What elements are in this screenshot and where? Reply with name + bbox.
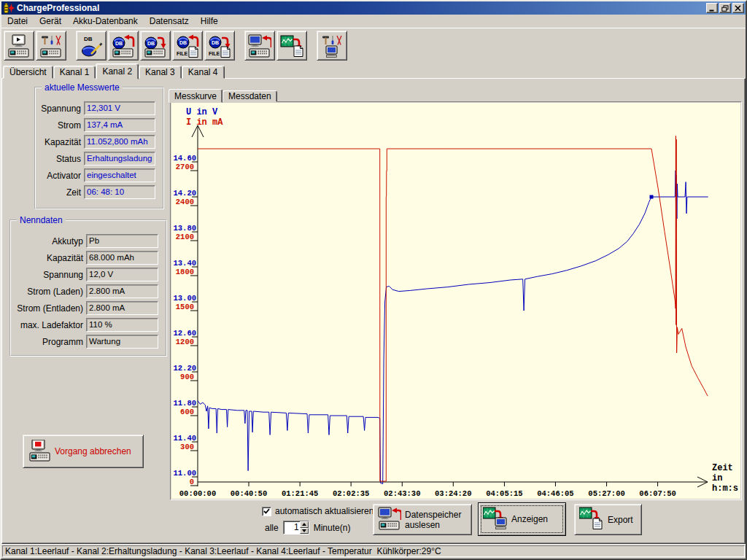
export-button[interactable]: Export <box>574 504 642 535</box>
svg-text:in: in <box>712 473 722 483</box>
svg-text:2100: 2100 <box>176 233 194 241</box>
tab-kanal-4[interactable]: Kanal 4 <box>182 66 225 79</box>
svg-text:04:46:05: 04:46:05 <box>537 489 573 498</box>
toolbar-file-to-db-button[interactable]: DBFILE <box>172 31 203 61</box>
nenndaten-row-kapazit-t: Kapazität68.000 mAh <box>14 249 166 266</box>
svg-text:2400: 2400 <box>176 198 194 206</box>
messwerte-value-kapazit-t: 11.052,800 mAh <box>84 135 155 149</box>
toolbar-curve-export-button[interactable] <box>276 31 307 61</box>
svg-text:600: 600 <box>180 408 194 416</box>
auto-update-label: automatisch aktualisieren <box>275 506 374 516</box>
toolbar-device-setup-button[interactable] <box>36 31 66 61</box>
svg-text:11.80: 11.80 <box>173 399 196 408</box>
interval-spinner[interactable]: 1 <box>283 521 309 534</box>
messkurve-chart: U in VI in mAZeitinh:m:s14.6014.2013.801… <box>171 103 740 499</box>
svg-text:06:07:50: 06:07:50 <box>639 489 676 498</box>
svg-text:DB: DB <box>115 41 123 46</box>
nenndaten-row-spannung: Spannung12,0 V <box>14 266 166 283</box>
nenndaten-label-programm: Programm <box>14 337 83 347</box>
messwerte-row-activator: Activatoreingeschaltet <box>39 167 163 184</box>
close-button[interactable] <box>732 3 744 13</box>
toolbar-db-to-device-button[interactable]: DB <box>108 31 139 61</box>
nenndaten-label-kapazit-t: Kapazität <box>14 253 83 263</box>
db-edit-icon: DB <box>80 34 103 58</box>
svg-text:Zeit: Zeit <box>712 463 733 473</box>
messwerte-value-zeit: 06: 48: 10 <box>84 185 155 199</box>
toolbar-pc-setup-button[interactable] <box>317 31 347 61</box>
anzeigen-icon <box>483 507 508 532</box>
interval-prefix-label: alle <box>265 523 279 533</box>
toolbar-db-to-file-button[interactable]: DBFILE <box>204 31 235 61</box>
tab-messkurve[interactable]: Messkurve <box>169 89 222 103</box>
toolbar-readout-button[interactable] <box>244 31 275 61</box>
tab--bersicht[interactable]: Übersicht <box>3 66 53 79</box>
export-icon <box>579 507 604 532</box>
toolbar-device-to-db-button[interactable]: DB <box>140 31 171 61</box>
messwerte-label-zeit: Zeit <box>39 187 81 198</box>
messwerte-row-kapazit-t: Kapazität11.052,800 mAh <box>39 133 163 150</box>
messwerte-row-strom: Strom137,4 mA <box>39 117 163 133</box>
messwerte-label-kapazit-t: Kapazität <box>39 137 81 147</box>
file-to-db-icon: DBFILE <box>176 34 199 58</box>
svg-text:04:05:15: 04:05:15 <box>486 489 522 498</box>
tab-messdaten[interactable]: Messdaten <box>222 90 277 102</box>
interval-value[interactable]: 1 <box>284 521 300 534</box>
svg-text:DB: DB <box>84 36 93 42</box>
nenndaten-row-strom-entladen-: Strom (Entladen)2.800 mA <box>14 300 166 316</box>
menu-datensatz[interactable]: Datensatz <box>144 15 195 28</box>
minimize-button[interactable] <box>706 3 718 13</box>
messwerte-value-spannung: 12,301 V <box>84 101 155 115</box>
curve-to-doc-icon <box>280 34 303 58</box>
restore-button[interactable] <box>719 3 731 13</box>
messwerte-value-status: Erhaltungsladung <box>84 152 155 166</box>
status-text: Kanal 1:Leerlauf - Kanal 2:Erhaltungslad… <box>2 545 745 557</box>
svg-text:300: 300 <box>180 443 194 451</box>
export-label: Export <box>608 515 633 525</box>
svg-text:1500: 1500 <box>176 303 194 311</box>
tab-kanal-2[interactable]: Kanal 2 <box>96 63 139 79</box>
menu-ger-t[interactable]: Gerät <box>34 15 67 28</box>
nenndaten-label-strom-laden-: Strom (Laden) <box>14 287 83 297</box>
svg-text:00:40:50: 00:40:50 <box>231 489 267 498</box>
svg-text:FILE: FILE <box>177 51 187 56</box>
abort-button[interactable]: Vorgang abbrechen <box>23 435 144 468</box>
menu-hilfe[interactable]: Hilfe <box>195 15 224 28</box>
toolbar-start-button[interactable] <box>4 31 34 61</box>
device-setup-icon <box>39 34 63 58</box>
svg-text:1800: 1800 <box>176 268 194 276</box>
toolbar-db-edit-button[interactable]: DB <box>76 31 107 61</box>
nenndaten-value-strom-laden-: 2.800 mA <box>86 284 158 298</box>
svg-text:13.00: 13.00 <box>173 294 196 303</box>
readout-icon <box>248 34 271 58</box>
kanal2-tab-page: aktuelle Messwerte Spannung12,301 VStrom… <box>1 78 746 544</box>
read-label-line2: auslesen <box>405 520 440 530</box>
svg-text:05:27:00: 05:27:00 <box>588 489 624 498</box>
read-label-line1: Datenspeicher <box>405 510 461 520</box>
nenndaten-value-spannung: 12,0 V <box>86 268 158 281</box>
spinner-down-button[interactable] <box>300 528 309 534</box>
menu-akku-datenbank[interactable]: Akku-Datenbank <box>67 15 144 28</box>
tab-kanal-1[interactable]: Kanal 1 <box>53 66 96 79</box>
title-bar: ChargeProfessional <box>1 1 746 15</box>
messwerte-row-status: StatusErhaltungsladung <box>39 150 163 167</box>
svg-text:02:43:30: 02:43:30 <box>384 489 420 498</box>
svg-text:02:02:35: 02:02:35 <box>333 489 369 498</box>
messwerte-row-zeit: Zeit06: 48: 10 <box>39 184 163 201</box>
datenspeicher-auslesen-button[interactable]: Datenspeicher auslesen <box>373 504 472 535</box>
db-to-device-icon: DB <box>112 34 135 58</box>
nenndaten-value-akkutyp: Pb <box>86 234 158 248</box>
tab-kanal-3[interactable]: Kanal 3 <box>139 66 182 79</box>
svg-text:00:00:00: 00:00:00 <box>179 489 216 498</box>
spinner-up-button[interactable] <box>300 521 309 528</box>
nenndaten-label-strom-entladen-: Strom (Entladen) <box>14 303 83 314</box>
export-icon <box>579 507 604 530</box>
messwerte-value-activator: eingeschaltet <box>84 168 155 182</box>
messwerte-value-strom: 137,4 mA <box>84 118 155 132</box>
status-bar: Kanal 1:Leerlauf - Kanal 2:Erhaltungslad… <box>1 544 746 559</box>
menu-datei[interactable]: Datei <box>1 15 34 28</box>
auto-update-checkbox[interactable] <box>262 507 271 516</box>
anzeigen-button[interactable]: Anzeigen <box>478 502 566 536</box>
readout-icon <box>378 507 401 530</box>
device-to-db-icon: DB <box>144 34 167 58</box>
messwerte-label-status: Status <box>39 154 81 164</box>
